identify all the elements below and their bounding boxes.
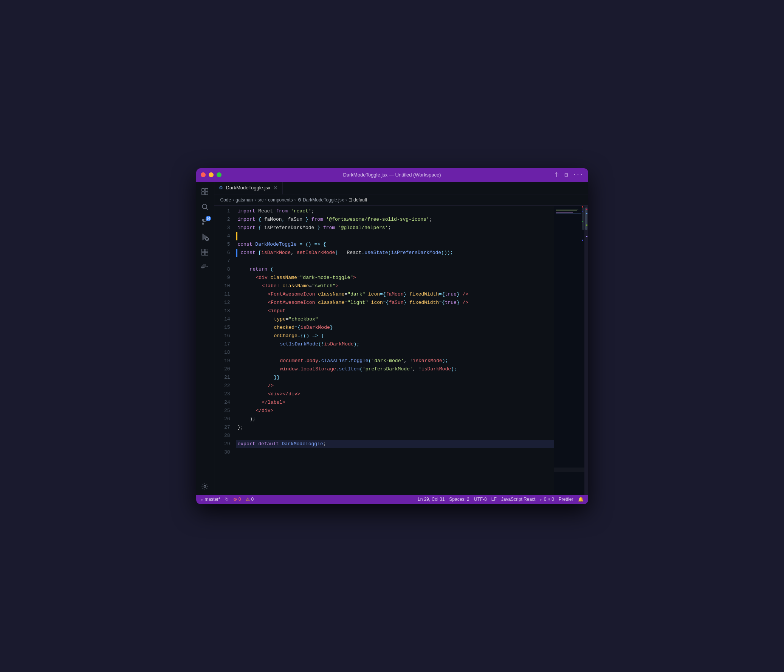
code-line-12: <FontAwesomeIcon className="light" icon=… [236,299,554,307]
svg-rect-16 [205,252,208,255]
breadcrumb-gatsman[interactable]: gatsman [235,197,253,202]
traffic-lights [201,172,221,177]
line-numbers: 12345 678910 1112131415 1617181920 21222… [214,205,233,495]
tab-darkmodetogglejsx[interactable]: ⚙ DarkModeToggle.jsx ✕ [214,182,283,194]
breadcrumb-file[interactable]: ⚙ DarkModeToggle.jsx [297,197,344,202]
activity-settings[interactable] [198,480,212,493]
svg-rect-1 [205,188,208,191]
code-line-29: export default DarkModeToggle; [236,440,554,448]
titlebar: DarkModeToggle.jsx — Untitled (Workspace… [196,168,588,182]
code-line-2: import { faMoon, faSun } from '@fortawes… [236,215,554,224]
maximize-button[interactable] [216,172,221,177]
breadcrumb-symbol[interactable]: ⊡ default [348,197,367,202]
code-line-3: import { isPrefersDarkMode } from '@glob… [236,224,554,232]
code-line-27: }; [236,423,554,432]
tab-label: DarkModeToggle.jsx [226,185,271,190]
activity-bar: 16 [196,182,214,495]
svg-rect-3 [205,191,208,194]
code-line-17: setIsDarkMode(!isDarkMode); [236,340,554,348]
language-mode-item[interactable]: JavaScript React [501,497,536,502]
status-bar: ⑃ master* ↻ ⊗ 0 ⚠ 0 Ln 29, Col 31 Spaces… [196,495,588,504]
line-indicator-6 [236,249,237,257]
main-content: ⚙ DarkModeToggle.jsx ✕ Code › gatsman › … [214,182,588,495]
activity-search[interactable] [198,200,212,213]
warning-count: 0 [251,497,254,502]
activity-explorer[interactable] [198,185,212,198]
window-title: DarkModeToggle.jsx — Untitled (Workspace… [343,172,441,177]
split-editor-icon[interactable]: ⫛ [554,171,560,179]
spaces-item[interactable]: Spaces: 2 [449,497,469,502]
minimize-button[interactable] [208,172,213,177]
svg-point-4 [202,204,207,208]
code-line-13: <input [236,307,554,315]
code-line-24: </label> [236,398,554,407]
editor-scrollbar[interactable] [585,205,588,495]
code-line-15: checked={isDarkMode} [236,324,554,332]
notification-bell[interactable]: 🔔 [578,497,584,502]
svg-point-17 [204,485,206,487]
code-line-18 [236,348,554,357]
sync-button[interactable]: ↻ [225,497,229,502]
line-indicator-4 [236,232,237,240]
vscode-window: DarkModeToggle.jsx — Untitled (Workspace… [196,168,588,504]
svg-rect-15 [202,252,205,255]
sync-icon: ↻ [225,497,229,502]
activity-extensions[interactable] [198,245,212,259]
code-line-25: </div> [236,407,554,415]
status-left: ⑃ master* ↻ ⊗ 0 ⚠ 0 [201,497,254,502]
svg-marker-9 [202,234,207,240]
git-changes-item[interactable]: ⑃ 0 ⇩ 0 [540,497,554,502]
code-line-5: const DarkModeToggle = () => { [236,240,554,249]
code-line-16: onChange={() => { [236,332,554,340]
warning-count-item[interactable]: ⚠ 0 [246,497,254,502]
svg-rect-13 [202,249,205,252]
source-control-badge: 16 [205,216,211,221]
prettier-item[interactable]: Prettier [559,497,574,502]
error-count: 0 [238,497,241,502]
code-line-14: type="checkbox" [236,315,554,324]
code-line-30 [236,448,554,457]
cursor-position[interactable]: Ln 29, Col 31 [418,497,445,502]
code-line-21: }} [236,373,554,382]
breadcrumb-components[interactable]: components [268,197,292,202]
svg-rect-2 [202,191,204,194]
svg-point-8 [202,223,203,224]
svg-rect-14 [205,249,208,252]
code-line-23: <div></div> [236,390,554,398]
scrollbar-thumb[interactable] [585,207,588,230]
code-line-6: const [isDarkMode, setIsDarkMode] = Reac… [236,249,554,257]
svg-rect-0 [202,188,204,191]
layout-icon[interactable]: ⊟ [565,171,568,179]
code-line-8: return ( [236,265,554,274]
code-line-26: ); [236,415,554,423]
breadcrumb-src[interactable]: src [257,197,263,202]
code-line-11: <FontAwesomeIcon className="dark" icon={… [236,290,554,299]
error-icon: ⊗ [233,497,237,502]
status-right: Ln 29, Col 31 Spaces: 2 UTF-8 LF JavaScr… [418,497,584,502]
close-button[interactable] [201,172,205,177]
code-line-7 [236,257,554,265]
code-editor[interactable]: import React from 'react'; import { faMo… [233,205,554,495]
code-line-20: window.localStorage.setItem('prefersDark… [236,365,554,373]
git-branch-icon: ⑃ [201,497,203,502]
encoding-item[interactable]: UTF-8 [474,497,487,502]
bell-icon: 🔔 [578,497,584,502]
code-line-4 [236,232,554,240]
git-branch-name: master* [205,497,220,502]
activity-source-control[interactable]: 16 [198,215,212,229]
code-line-1: import React from 'react'; [236,207,554,215]
line-ending-item[interactable]: LF [492,497,497,502]
activity-run[interactable] [198,230,212,244]
code-line-28 [236,432,554,440]
minimap [554,205,585,495]
tab-close-button[interactable]: ✕ [273,185,278,191]
editor-container: 16 ⚙ DarkModeToggle.jsx ✕ [196,182,588,495]
code-line-9: <div className="dark-mode-toggle"> [236,274,554,282]
tab-file-icon: ⚙ [219,185,223,190]
svg-line-5 [206,208,208,210]
error-count-item[interactable]: ⊗ 0 [233,497,241,502]
activity-docker[interactable] [198,260,212,274]
breadcrumb-code[interactable]: Code [220,197,231,202]
more-actions-icon[interactable]: ··· [573,171,584,179]
git-branch-item[interactable]: ⑃ master* [201,497,220,502]
